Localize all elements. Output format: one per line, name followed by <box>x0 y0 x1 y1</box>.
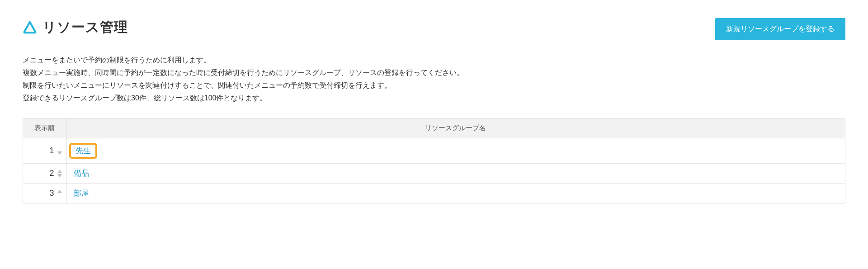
description-line: メニューをまたいで予約の制限を行うために利用します。 <box>23 54 845 66</box>
column-header-name: リソースグループ名 <box>66 118 845 138</box>
resource-group-link[interactable]: 部屋 <box>74 189 89 198</box>
highlight-annotation: 先生 <box>69 143 97 159</box>
resource-group-link[interactable]: 備品 <box>74 169 89 178</box>
resource-group-link[interactable]: 先生 <box>75 146 91 155</box>
title-group: リソース管理 <box>23 18 128 37</box>
logo-triangle-icon <box>23 20 37 35</box>
description-line: 制限を行いたいメニューにリソースを関連付けすることで、関連付いたメニューの予約数… <box>23 79 845 92</box>
description-line: 登録できるリソースグループ数は30件、総リソース数は100件となります。 <box>23 92 845 104</box>
new-resource-group-button[interactable]: 新規リソースグループを登録する <box>715 18 845 40</box>
column-header-order: 表示順 <box>23 118 66 138</box>
description-block: メニューをまたいで予約の制限を行うために利用します。 複数メニュー実施時、同時間… <box>23 54 845 104</box>
resource-group-table: 表示順 リソースグループ名 1 <box>23 118 845 203</box>
order-number: 3 <box>46 189 54 198</box>
order-number: 1 <box>46 146 54 156</box>
move-up-icon[interactable] <box>57 170 62 173</box>
table-row: 3 部屋 <box>23 184 845 203</box>
move-down-icon[interactable] <box>57 174 62 177</box>
table-row: 2 備品 <box>23 164 845 184</box>
move-down-icon[interactable] <box>57 151 62 155</box>
description-line: 複数メニュー実施時、同時間に予約が一定数になった時に受付締切を行うためにリソース… <box>23 66 845 79</box>
table-row: 1 先生 <box>23 138 845 164</box>
order-number: 2 <box>46 169 54 178</box>
page-title: リソース管理 <box>42 18 128 37</box>
move-up-icon[interactable] <box>57 189 62 193</box>
